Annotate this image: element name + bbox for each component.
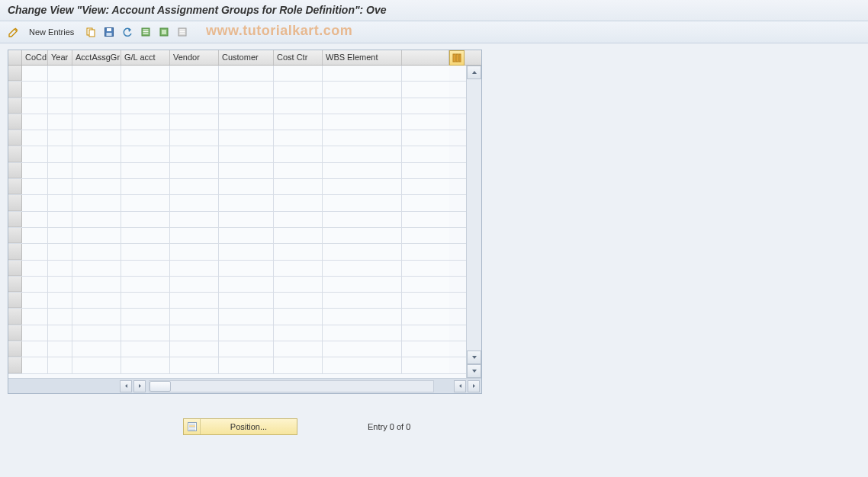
cell[interactable]	[274, 82, 323, 97]
cell[interactable]	[22, 114, 48, 130]
col-header-glacct[interactable]: G/L acct	[121, 50, 170, 65]
row-selector[interactable]	[8, 277, 22, 292]
cell[interactable]	[274, 309, 323, 324]
cell[interactable]	[72, 341, 121, 357]
undo-icon[interactable]	[120, 24, 135, 40]
cell[interactable]	[323, 195, 402, 210]
col-header-customer[interactable]: Customer	[219, 50, 274, 65]
cell[interactable]	[274, 261, 323, 276]
cell[interactable]	[402, 261, 449, 276]
cell[interactable]	[219, 212, 274, 227]
deselect-all-icon[interactable]	[175, 24, 190, 40]
row-selector[interactable]	[8, 114, 22, 130]
cell[interactable]	[48, 179, 72, 194]
cell[interactable]	[22, 195, 48, 210]
row-selector-header[interactable]	[8, 50, 22, 65]
cell[interactable]	[274, 277, 323, 292]
row-selector[interactable]	[8, 163, 22, 178]
cell[interactable]	[323, 66, 402, 81]
cell[interactable]	[22, 293, 48, 308]
cell[interactable]	[22, 98, 48, 114]
cell[interactable]	[170, 130, 219, 146]
col-header-vendor[interactable]: Vendor	[170, 50, 219, 65]
cell[interactable]	[323, 179, 402, 194]
cell[interactable]	[72, 146, 121, 162]
cell[interactable]	[274, 212, 323, 227]
cell[interactable]	[72, 66, 121, 81]
horizontal-scroll-track[interactable]	[149, 380, 434, 392]
cell[interactable]	[170, 163, 219, 178]
cell[interactable]	[274, 293, 323, 308]
cell[interactable]	[219, 146, 274, 162]
save-icon[interactable]	[101, 24, 117, 40]
cell[interactable]	[48, 82, 72, 97]
cell[interactable]	[22, 82, 48, 97]
cell[interactable]	[170, 261, 219, 276]
cell[interactable]	[274, 66, 323, 81]
cell[interactable]	[22, 130, 48, 146]
cell[interactable]	[274, 98, 323, 114]
cell[interactable]	[170, 341, 219, 357]
cell[interactable]	[121, 163, 170, 178]
cell[interactable]	[323, 277, 402, 292]
cell[interactable]	[48, 66, 72, 81]
row-selector[interactable]	[8, 357, 22, 373]
cell[interactable]	[48, 163, 72, 178]
cell[interactable]	[22, 66, 48, 81]
cell[interactable]	[274, 114, 323, 130]
cell[interactable]	[48, 341, 72, 357]
cell[interactable]	[22, 277, 48, 292]
cell[interactable]	[219, 66, 274, 81]
cell[interactable]	[72, 130, 121, 146]
cell[interactable]	[323, 212, 402, 227]
cell[interactable]	[48, 212, 72, 227]
row-selector[interactable]	[8, 309, 22, 324]
horizontal-scroll-thumb[interactable]	[149, 381, 171, 392]
row-selector[interactable]	[8, 244, 22, 259]
cell[interactable]	[121, 98, 170, 114]
cell[interactable]	[48, 357, 72, 373]
cell[interactable]	[22, 261, 48, 276]
cell[interactable]	[48, 277, 72, 292]
cell[interactable]	[72, 228, 121, 243]
cell[interactable]	[22, 325, 48, 341]
cell[interactable]	[72, 195, 121, 210]
cell[interactable]	[219, 261, 274, 276]
row-selector[interactable]	[8, 82, 22, 97]
cell[interactable]	[402, 309, 449, 324]
cell[interactable]	[121, 195, 170, 210]
cell[interactable]	[274, 163, 323, 178]
cell[interactable]	[402, 130, 449, 146]
row-selector[interactable]	[8, 195, 22, 210]
cell[interactable]	[402, 195, 449, 210]
scroll-right-end-button[interactable]	[468, 380, 480, 392]
cell[interactable]	[219, 277, 274, 292]
cell[interactable]	[121, 179, 170, 194]
cell[interactable]	[72, 277, 121, 292]
cell[interactable]	[72, 357, 121, 373]
cell[interactable]	[323, 130, 402, 146]
scroll-down-button[interactable]	[467, 351, 481, 364]
cell[interactable]	[72, 114, 121, 130]
cell[interactable]	[170, 146, 219, 162]
cell[interactable]	[402, 277, 449, 292]
cell[interactable]	[121, 82, 170, 97]
vertical-scroll-track[interactable]	[467, 79, 481, 351]
cell[interactable]	[323, 228, 402, 243]
cell[interactable]	[22, 341, 48, 357]
scroll-down-button-2[interactable]	[467, 364, 481, 378]
cell[interactable]	[323, 309, 402, 324]
cell[interactable]	[323, 261, 402, 276]
cell[interactable]	[274, 146, 323, 162]
position-button[interactable]: Position...	[183, 418, 297, 435]
cell[interactable]	[121, 114, 170, 130]
cell[interactable]	[219, 114, 274, 130]
row-selector[interactable]	[8, 341, 22, 357]
cell[interactable]	[323, 114, 402, 130]
cell[interactable]	[121, 228, 170, 243]
cell[interactable]	[72, 163, 121, 178]
cell[interactable]	[323, 244, 402, 259]
cell[interactable]	[323, 163, 402, 178]
cell[interactable]	[48, 309, 72, 324]
scroll-left-end-button[interactable]	[454, 380, 466, 392]
